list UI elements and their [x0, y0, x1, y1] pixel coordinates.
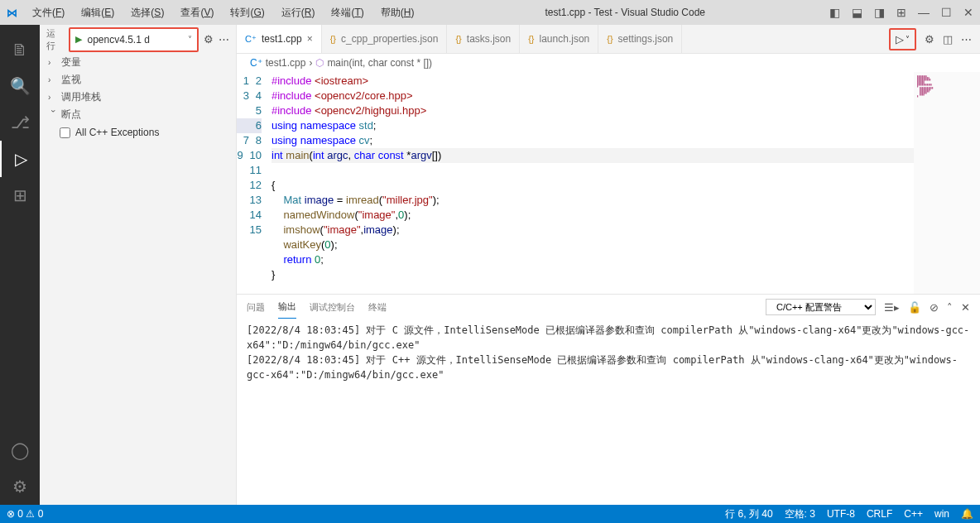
- sb-bell-icon[interactable]: 🔔: [961, 508, 973, 520]
- panel-tab-terminal[interactable]: 终端: [368, 296, 387, 319]
- titlebar: ⋈ 文件(F) 编辑(E) 选择(S) 查看(V) 转到(G) 运行(R) 终端…: [0, 0, 980, 25]
- editor-area: C⁺ test1.cpp × {} c_cpp_properties.json …: [237, 25, 980, 505]
- config-name: opencv4.5.1 d: [87, 34, 183, 46]
- play-icon: ▷: [896, 33, 904, 46]
- tab-tasks-json[interactable]: {} tasks.json: [447, 25, 520, 53]
- cpp-icon: C⁺: [250, 57, 262, 69]
- more-icon[interactable]: ⋯: [219, 33, 229, 46]
- window-title: test1.cpp - Test - Visual Studio Code: [424, 7, 826, 18]
- debug-config-dropdown[interactable]: ▶ opencv4.5.1 d ˅: [69, 27, 199, 52]
- minimap[interactable]: ████████████████████████████████████████…: [914, 72, 980, 294]
- tab-settings-json[interactable]: {} settings.json: [598, 25, 682, 53]
- menu-edit[interactable]: 编辑(E): [74, 4, 121, 22]
- layout-left-icon[interactable]: ◧: [829, 6, 840, 19]
- layout-grid-icon[interactable]: ⊞: [896, 6, 906, 19]
- section-variables[interactable]: ›变量: [40, 54, 236, 71]
- menu-help[interactable]: 帮助(H): [374, 4, 421, 22]
- tab-test1-cpp[interactable]: C⁺ test1.cpp ×: [237, 25, 322, 53]
- menu-view[interactable]: 查看(V): [174, 4, 220, 22]
- code-editor[interactable]: 1 2 3 4 5 6 7 8 9 10 11 12 13 14 15 #inc…: [237, 72, 980, 294]
- json-icon: {}: [528, 34, 534, 44]
- json-icon: {}: [455, 34, 461, 44]
- tab-ccpp-properties[interactable]: {} c_cpp_properties.json: [322, 25, 448, 53]
- chevron-up-icon[interactable]: ˄: [947, 301, 953, 314]
- run-button[interactable]: ▷ ˅: [889, 28, 916, 50]
- account-icon[interactable]: ◯: [0, 432, 40, 468]
- panel-tab-problems[interactable]: 问题: [247, 296, 265, 319]
- chevron-down-icon: ˅: [906, 35, 910, 44]
- breakpoint-label: All C++ Exceptions: [75, 127, 159, 138]
- sb-win[interactable]: win: [934, 508, 949, 520]
- panel-output[interactable]: [2022/8/4 18:03:45] 对于 C 源文件，IntelliSens…: [237, 319, 980, 505]
- json-icon: {}: [330, 34, 336, 44]
- sb-eol[interactable]: CRLF: [867, 508, 892, 520]
- source-control-icon[interactable]: ⎇: [0, 104, 40, 141]
- gear-icon[interactable]: ⚙: [204, 33, 214, 46]
- panel-tab-output[interactable]: 输出: [278, 295, 296, 319]
- lock-icon[interactable]: 🔓: [908, 301, 921, 314]
- statusbar: ⊗ 0 ⚠ 0 行 6, 列 40 空格: 3 UTF-8 CRLF C++ w…: [0, 505, 980, 523]
- menu-select[interactable]: 选择(S): [124, 4, 171, 22]
- clear-icon[interactable]: ⊘: [930, 301, 939, 314]
- chevron-down-icon: ˅: [188, 35, 192, 44]
- activitybar: 🗎 🔍 ⎇ ▷ ⊞ ◯ ⚙: [0, 25, 40, 505]
- sb-cursor[interactable]: 行 6, 列 40: [725, 507, 772, 521]
- menu-goto[interactable]: 转到(G): [223, 4, 271, 22]
- gear-icon[interactable]: ⚙: [925, 33, 934, 46]
- tab-launch-json[interactable]: {} launch.json: [520, 25, 598, 53]
- panel-tab-debug[interactable]: 调试控制台: [310, 296, 355, 319]
- output-channel-select[interactable]: C/C++ 配置警告: [766, 299, 876, 315]
- breakpoint-checkbox[interactable]: [60, 127, 70, 138]
- sb-lang[interactable]: C++: [904, 508, 923, 520]
- maximize-icon[interactable]: ☐: [941, 6, 952, 19]
- json-icon: {}: [607, 34, 612, 44]
- close-icon[interactable]: ✕: [963, 6, 973, 19]
- filter-icon[interactable]: ☰▸: [884, 301, 900, 314]
- breakpoint-item[interactable]: All C++ Exceptions: [40, 123, 236, 142]
- line-gutter: 1 2 3 4 5 6 7 8 9 10 11 12 13 14 15: [237, 72, 271, 294]
- code-content[interactable]: #include <iostream> #include <opencv2/co…: [271, 72, 980, 294]
- layout-bottom-icon[interactable]: ⬓: [852, 6, 862, 19]
- sb-encoding[interactable]: UTF-8: [827, 508, 855, 520]
- explorer-icon[interactable]: 🗎: [0, 31, 40, 68]
- section-watch[interactable]: ›监视: [40, 71, 236, 89]
- close-icon[interactable]: ✕: [961, 301, 970, 314]
- vscode-logo: ⋈: [7, 7, 17, 19]
- settings-icon[interactable]: ⚙: [0, 468, 40, 505]
- editor-tabs: C⁺ test1.cpp × {} c_cpp_properties.json …: [237, 25, 980, 54]
- section-callstack[interactable]: ›调用堆栈: [40, 89, 236, 106]
- cpp-icon: C⁺: [245, 34, 257, 45]
- run-label: 运行: [46, 27, 64, 52]
- more-icon[interactable]: ⋯: [961, 33, 972, 46]
- play-icon: ▶: [75, 34, 82, 45]
- run-debug-icon[interactable]: ▷: [0, 141, 40, 177]
- search-icon[interactable]: 🔍: [0, 68, 40, 104]
- panel: 问题 输出 调试控制台 终端 C/C++ 配置警告 ☰▸ 🔓 ⊘ ˄ ✕ [20…: [237, 294, 980, 505]
- menu-file[interactable]: 文件(F): [26, 4, 71, 22]
- close-icon[interactable]: ×: [307, 33, 313, 45]
- sidebar: 运行 ▶ opencv4.5.1 d ˅ ⚙ ⋯ ›变量 ›监视 ›调用堆栈 ›…: [40, 25, 237, 505]
- sb-spaces[interactable]: 空格: 3: [785, 507, 815, 521]
- menu-run[interactable]: 运行(R): [275, 4, 322, 22]
- breadcrumb[interactable]: C⁺ test1.cpp › ⬡ main(int, char const * …: [237, 54, 980, 72]
- minimize-icon[interactable]: —: [918, 6, 930, 19]
- layout-right-icon[interactable]: ◨: [874, 6, 885, 19]
- menu-terminal[interactable]: 终端(T): [324, 4, 370, 22]
- sb-errors[interactable]: ⊗ 0 ⚠ 0: [7, 508, 43, 520]
- extensions-icon[interactable]: ⊞: [0, 177, 40, 214]
- cube-icon: ⬡: [315, 57, 324, 69]
- split-icon[interactable]: ◫: [943, 33, 953, 46]
- section-breakpoints[interactable]: ›断点: [40, 106, 236, 123]
